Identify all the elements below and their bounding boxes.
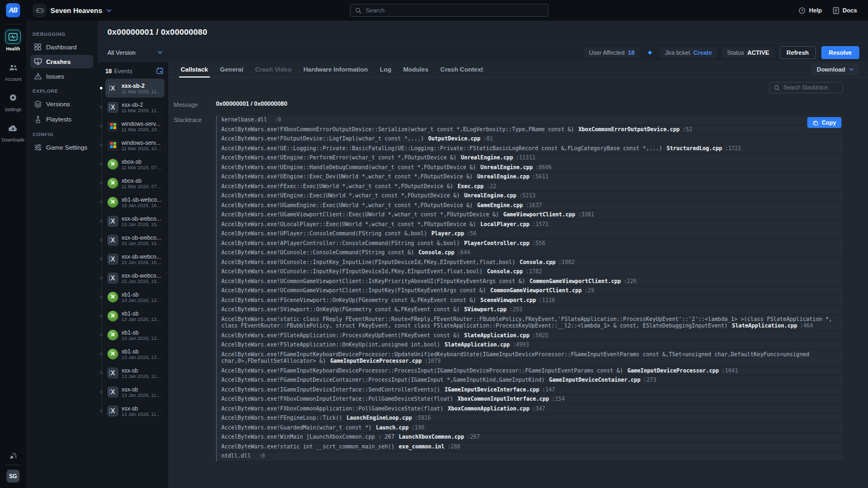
resolve-button[interactable]: Resolve <box>821 46 859 59</box>
rail-item-health[interactable]: Health <box>2 30 24 52</box>
user-affected-label: User Affected <box>589 49 624 56</box>
sidebar-item-playtests[interactable]: Playtests <box>30 112 93 126</box>
event-list-item[interactable]: windows-serv...11 Mar 2026, 10:4... <box>105 117 164 136</box>
search-icon <box>774 85 780 91</box>
event-list-item[interactable]: Xxsx-sb-webco...15 Jan 2026, 15:5... <box>105 211 164 230</box>
frame-line-number: :1041 <box>722 368 738 374</box>
frame-function: AccelByteWars.exe!FSlateApplication::Pro… <box>221 332 460 338</box>
sidebar-item-label: Dashboard <box>46 44 76 50</box>
game-name: Seven Heavens <box>50 7 102 15</box>
rail-divider <box>5 24 21 24</box>
timeline-dot <box>100 333 103 336</box>
jira-create-link[interactable]: Create <box>693 49 712 56</box>
stacktrace-search-input[interactable] <box>783 85 839 91</box>
frame-line-number: :1002 <box>558 259 575 265</box>
tab-log[interactable]: Log <box>374 62 397 77</box>
stack-frame: AccelByteWars.exe!ULocalPlayer::Exec(UWo… <box>217 220 843 230</box>
frame-function: AccelByteWars.exe!UGameEngine::Exec(UWor… <box>221 202 473 208</box>
user-avatar[interactable]: SG <box>7 470 20 483</box>
event-list-item[interactable]: ✕xbox-sb11 Mar 2026, 07:2... <box>105 155 164 174</box>
rail-item-downloads[interactable]: Downloads <box>2 121 24 143</box>
sidebar-item-issues[interactable]: Issues <box>30 69 93 83</box>
event-list-item[interactable]: Xxsx-sb13 Jan 2026, 11:2... <box>105 401 164 420</box>
tab-hardware-information[interactable]: Hardware Information <box>297 62 374 77</box>
health-icon <box>5 30 21 44</box>
sidebar-item-dashboard[interactable]: Dashboard <box>30 40 93 54</box>
event-list-item[interactable]: ✕xbox-sb11 Mar 2026, 07:1... <box>105 174 164 192</box>
event-name: xsx-sb <box>122 386 162 393</box>
frame-line-number: :5025 <box>532 332 548 338</box>
timeline-dot <box>100 352 103 355</box>
event-list-item[interactable]: Xxsx-sb-webco...15 Jan 2026, 15:4... <box>105 230 164 249</box>
event-list-item[interactable]: Xxsx-sb13 Jan 2026, 11:3... <box>105 382 164 401</box>
event-list-item[interactable]: Xxsx-sb13 Jan 2026, 11:3... <box>105 363 164 382</box>
search-input[interactable] <box>366 7 544 14</box>
stack-frame: AccelByteWars.exe!UConsole::InputKey_Inp… <box>217 258 843 268</box>
tab-callstack[interactable]: Callstack <box>175 62 214 77</box>
refresh-button[interactable]: Refresh <box>780 46 816 59</box>
announcements-icon[interactable] <box>9 452 17 460</box>
rail-item-account[interactable]: Account <box>2 60 24 82</box>
versions-icon <box>34 100 42 108</box>
event-list-item[interactable]: Xxsx-sb-webco...15 Jan 2026, 15:4... <box>105 249 164 268</box>
event-date: 11 Mar 2026, 10:4... <box>122 127 162 132</box>
global-search[interactable] <box>350 4 548 17</box>
event-list-item[interactable]: ✕xb1-sb13 Jan 2026, 13:3... <box>105 344 164 363</box>
rail-item-settings[interactable]: Settings <box>2 91 24 112</box>
events-count: 18 <box>105 68 112 74</box>
frame-function: AccelByteWars.exe!FGameInputKeyboardDevi… <box>221 351 809 364</box>
tab-modules[interactable]: Modules <box>397 62 435 77</box>
frame-file: Exec.cpp <box>457 183 483 189</box>
sidebar-item-versions[interactable]: Versions <box>30 97 93 111</box>
stack-frame: AccelByteWars.exe!UCommonGameViewportCli… <box>217 286 843 296</box>
sidebar-item-label: Issues <box>46 73 64 80</box>
playtests-icon <box>34 115 42 123</box>
event-date: 13 Jan 2026, 13:3... <box>122 317 162 322</box>
timeline-dot <box>100 390 103 393</box>
stacktrace-search[interactable] <box>769 82 843 93</box>
chevron-down-icon <box>106 9 112 12</box>
help-icon: ? <box>799 7 806 14</box>
event-list-item[interactable]: ✕xb1-sb13 Jan 2026, 13:3... <box>105 287 164 306</box>
game-selector[interactable]: Seven Heavens <box>33 4 112 17</box>
frame-line-number: :293 <box>509 306 522 312</box>
rail-divider <box>5 465 21 465</box>
xbox-platform-icon: ✕ <box>107 159 118 170</box>
event-list-item[interactable]: Xxsx-sb-webco...15 Jan 2026, 15:4... <box>105 268 164 287</box>
download-button[interactable]: Download <box>811 63 859 75</box>
frame-function: AccelByteWars.exe!UEngine::HandleDebugCo… <box>221 164 476 170</box>
frame-function: AccelByteWars.exe!APlayerController::Con… <box>221 240 460 246</box>
event-date: 13 Jan 2026, 13:3... <box>122 298 162 303</box>
timeline-dot <box>100 296 103 298</box>
docs-button[interactable]: Docs <box>833 7 857 14</box>
version-filter-dropdown[interactable]: All Version <box>107 49 163 56</box>
frame-line-number: :4993 <box>513 342 529 348</box>
tab-crash-context[interactable]: Crash Context <box>435 62 489 77</box>
calendar-filter-icon[interactable] <box>156 67 163 74</box>
frame-line-number: :81 <box>483 136 493 142</box>
event-list-item[interactable]: ✕xb1-sb13 Jan 2026, 13:3... <box>105 306 164 325</box>
frame-line-number: :8606 <box>535 164 552 170</box>
crash-title-band: 0x00000001 / 0x00000080 <box>98 21 868 43</box>
copy-button[interactable]: Copy <box>807 117 841 128</box>
frame-function: AccelByteWars.exe!UConsole::InputKey(FIn… <box>221 268 483 274</box>
sidebar-item-crashes[interactable]: Crashes <box>30 55 93 68</box>
left-rail: HealthAccountSettingsDownloads SG <box>0 21 26 488</box>
event-list-item[interactable]: ✕xb1-sb-webco...15 Jan 2026, 16:3... <box>105 192 164 211</box>
help-button[interactable]: ? Help <box>799 7 822 14</box>
event-list-item[interactable]: ✕xb1-sb13 Jan 2026, 13:3... <box>105 325 164 344</box>
event-date: 15 Jan 2026, 15:5... <box>122 222 162 227</box>
event-date: 13 Jan 2026, 11:3... <box>122 393 162 398</box>
frame-line-number: :147 <box>542 387 555 393</box>
event-name: xb1-sb <box>122 348 162 355</box>
event-date: 11 Mar 2026, 07:1... <box>122 184 162 189</box>
sidebar-item-game-settings[interactable]: Game Settings <box>30 140 93 154</box>
event-list-item[interactable]: Xxsx-sb-211 Mar 2026, 11:2... <box>105 79 164 98</box>
tab-general[interactable]: General <box>214 62 250 77</box>
accelbyte-logo[interactable]: AB <box>6 3 20 17</box>
event-list-item[interactable]: Xxsx-sb-211 Mar 2026, 11:2... <box>105 98 164 117</box>
event-name: windows-serv... <box>122 139 162 146</box>
timeline-dot <box>100 182 103 184</box>
topbar: AB Seven Heavens ? Help <box>0 0 868 21</box>
event-list-item[interactable]: windows-serv...11 Mar 2026, 10:4... <box>105 136 164 155</box>
